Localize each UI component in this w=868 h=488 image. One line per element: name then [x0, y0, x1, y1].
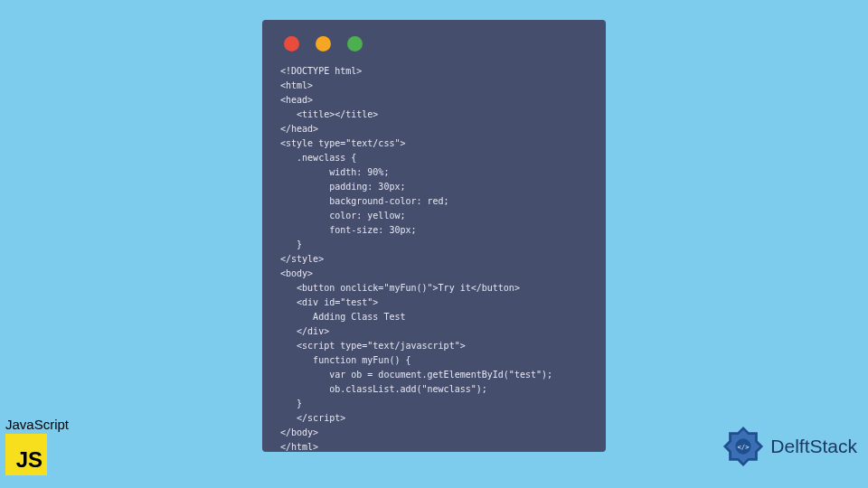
- javascript-badge: JavaScript JS: [5, 417, 69, 475]
- code-window: <!DOCTYPE html> <html> <head> <title></t…: [262, 20, 606, 452]
- javascript-logo-text: JS: [16, 447, 42, 473]
- window-controls: [284, 36, 588, 52]
- delftstack-logo-icon: </>: [722, 425, 765, 468]
- delftstack-badge: </> DelftStack: [722, 425, 857, 468]
- code-block: <!DOCTYPE html> <html> <head> <title></t…: [280, 64, 588, 455]
- close-icon: [284, 36, 299, 52]
- delftstack-label: DelftStack: [770, 436, 857, 457]
- javascript-label: JavaScript: [5, 417, 69, 432]
- javascript-logo-icon: JS: [5, 434, 47, 475]
- zoom-icon: [347, 36, 363, 52]
- minimize-icon: [316, 36, 331, 52]
- svg-text:</>: </>: [738, 443, 750, 451]
